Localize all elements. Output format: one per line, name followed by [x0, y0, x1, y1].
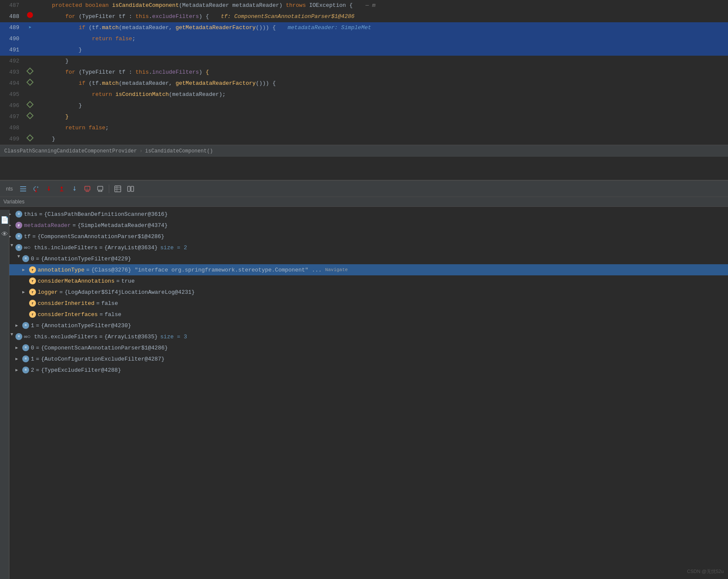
expand-excludeFilters-1[interactable]: ▶: [15, 356, 22, 361]
svg-rect-2: [20, 191, 26, 191]
var-name-excludeFilters: ∞○ this.excludeFilters: [24, 334, 98, 340]
var-navigate-annotationType[interactable]: Navigate: [325, 267, 348, 272]
code-content-490: return false;: [36, 33, 728, 45]
variables-tree: + ▶ ≡ this = {ClassPathBeanDefinitionSca…: [0, 207, 728, 377]
code-line-496: 496 }: [0, 100, 728, 111]
expand-excludeFilters-2[interactable]: ▶: [15, 367, 22, 373]
code-line-487: 487 protected boolean isCandidateCompone…: [0, 0, 728, 11]
toolbar-step-over-btn[interactable]: [31, 184, 41, 194]
var-size-includeFilters: size = 2: [160, 245, 187, 251]
svg-rect-1: [20, 188, 26, 189]
expand-logger[interactable]: ▶: [22, 290, 29, 295]
var-name-includeFilters-1: 1: [31, 322, 34, 329]
toolbar-run-btn[interactable]: [69, 184, 80, 194]
var-icon-considerMetaAnnotations: f: [29, 278, 36, 284]
var-row-excludeFilters-2[interactable]: ▶ ≡ 2 = {TypeExcludeFilter@4288}: [0, 364, 728, 376]
var-row-tf[interactable]: ▶ ≡ tf = {ComponentScanAnnotationParser$…: [0, 231, 728, 242]
var-name-includeFilters: ∞○ this.includeFilters: [24, 245, 98, 251]
var-icon-annotationType: f: [29, 266, 36, 273]
code-line-490: 490 return false;: [0, 33, 728, 45]
var-value-considerMetaAnnotations: true: [121, 278, 134, 284]
var-row-includeFilters[interactable]: ▶ ≡ ∞○ this.includeFilters = {ArrayList@…: [0, 242, 728, 253]
expand-annotationType[interactable]: ▶: [22, 267, 29, 272]
code-line-491: 491 }: [0, 45, 728, 56]
gutter-488: [24, 12, 36, 18]
var-name-metadataReader: metadataReader: [24, 222, 71, 229]
var-row-logger[interactable]: ▶ f logger = {LogAdapter$Slf4jLocationAw…: [0, 287, 728, 298]
variables-section-header: Variables: [0, 197, 728, 207]
breadcrumb-sep: ›: [140, 148, 143, 154]
code-editor: 487 protected boolean isCandidateCompone…: [0, 0, 728, 180]
toolbar-columns-btn[interactable]: [125, 184, 136, 194]
expand-excludeFilters-0[interactable]: ▶: [15, 345, 22, 350]
toolbar-step-out-btn[interactable]: [57, 184, 67, 194]
var-icon-excludeFilters-2: ≡: [22, 367, 29, 373]
toolbar-sep: [109, 185, 109, 193]
toolbar-watches-btn[interactable]: [95, 184, 105, 194]
var-name-considerInherited: considerInherited: [38, 300, 95, 307]
breadcrumb-class: ClassPathScanningCandidateComponentProvi…: [4, 148, 137, 154]
sidebar-icon-watch[interactable]: 👁: [0, 230, 9, 239]
debugger-tab-label: nts: [3, 185, 15, 193]
var-value-includeFilters: {ArrayList@3634}: [104, 245, 158, 251]
toolbar-step-into-btn[interactable]: [44, 184, 54, 194]
toolbar-eval-btn[interactable]: !: [82, 184, 92, 194]
var-row-excludeFilters-1[interactable]: ▶ ≡ 1 = {AutoConfigurationExcludeFilter@…: [0, 353, 728, 364]
line-number-497: 497: [0, 113, 24, 120]
breakpoint-494: [27, 79, 34, 86]
var-row-includeFilters-0[interactable]: ▶ ≡ 0 = {AnnotationTypeFilter@4229}: [0, 253, 728, 264]
var-row-considerMetaAnnotations: ▶ f considerMetaAnnotations = true: [0, 275, 728, 287]
var-name-includeFilters-0: 0: [31, 256, 34, 262]
var-value-excludeFilters-0: {ComponentScanAnnotationParser$1@4286}: [41, 345, 168, 351]
line-number-491: 491: [0, 47, 24, 53]
code-content-498: return false;: [36, 122, 728, 134]
expand-includeFilters-0[interactable]: ▶: [16, 255, 21, 262]
var-name-annotationType: annotationType: [38, 267, 84, 273]
toolbar-table-btn[interactable]: [113, 184, 123, 194]
code-line-489: 489 ➤ if (tf.match(metadataReader, getMe…: [0, 22, 728, 33]
code-content-495: return isConditionMatch(metadataReader);: [36, 89, 728, 100]
var-icon-considerInherited: f: [29, 300, 36, 307]
svg-marker-6: [48, 189, 50, 191]
code-line-499: 499 }: [0, 134, 728, 145]
line-number-489: 489: [0, 24, 24, 31]
expand-tf[interactable]: ▶: [9, 234, 15, 239]
line-number-493: 493: [0, 69, 24, 75]
var-name-excludeFilters-1: 1: [31, 356, 34, 362]
breakpoint-493: [27, 68, 34, 75]
var-row-considerInterfaces: ▶ f considerInterfaces = false: [0, 309, 728, 320]
line-number-498: 498: [0, 125, 24, 131]
gutter-497: [24, 113, 36, 118]
var-value-this: {ClassPathBeanDefinitionScanner@3616}: [44, 211, 168, 218]
var-row-metadataReader[interactable]: ▶ P metadataReader = {SimpleMetadataRead…: [0, 220, 728, 231]
breadcrumb-method: isCandidateComponent(): [145, 148, 213, 154]
var-value-considerInterfaces: false: [104, 311, 121, 318]
var-value-excludeFilters-1: {AutoConfigurationExcludeFilter@4287}: [41, 356, 165, 362]
var-value-metadataReader: {SimpleMetadataReader@4374}: [78, 222, 168, 229]
left-sidebar: 📄 👁: [0, 210, 9, 579]
debugger-panel: nts ! Variables: [0, 180, 728, 377]
var-icon-tf: ≡: [15, 233, 22, 240]
line-number-488: 488: [0, 13, 24, 20]
expand-includeFilters[interactable]: ▶: [9, 244, 15, 251]
var-icon-excludeFilters-1: ≡: [22, 355, 29, 362]
var-row-excludeFilters[interactable]: ▶ ≡ ∞○ this.excludeFilters = {ArrayList@…: [0, 331, 728, 342]
code-content-499: }: [36, 134, 728, 145]
expand-excludeFilters[interactable]: ▶: [9, 333, 15, 340]
toolbar-list-btn[interactable]: [18, 184, 28, 194]
code-line-492: 492 }: [0, 56, 728, 67]
svg-rect-0: [20, 186, 26, 187]
var-icon-excludeFilters: ≡: [15, 333, 22, 340]
var-name-logger: logger: [38, 289, 58, 295]
var-row-excludeFilters-0[interactable]: ▶ ≡ 0 = {ComponentScanAnnotationParser$1…: [0, 342, 728, 353]
var-value-includeFilters-1: {AnnotationTypeFilter@4230}: [41, 322, 131, 329]
code-line-497: 497 }: [0, 111, 728, 122]
line-number-495: 495: [0, 91, 24, 98]
sidebar-icon-docs[interactable]: 📄: [0, 215, 10, 225]
var-row-includeFilters-1[interactable]: ▶ ≡ 1 = {AnnotationTypeFilter@4230}: [0, 320, 728, 331]
expand-includeFilters-1[interactable]: ▶: [15, 323, 22, 328]
var-row-this[interactable]: + ▶ ≡ this = {ClassPathBeanDefinitionSca…: [0, 209, 728, 220]
var-row-annotationType[interactable]: ▶ f annotationType = {Class@3276} "inter…: [0, 264, 728, 275]
var-value-annotationType: {Class@3276} "interface org.springframew…: [91, 267, 322, 273]
code-line-493: 493 for (TypeFilter tf : this.includeFil…: [0, 67, 728, 78]
